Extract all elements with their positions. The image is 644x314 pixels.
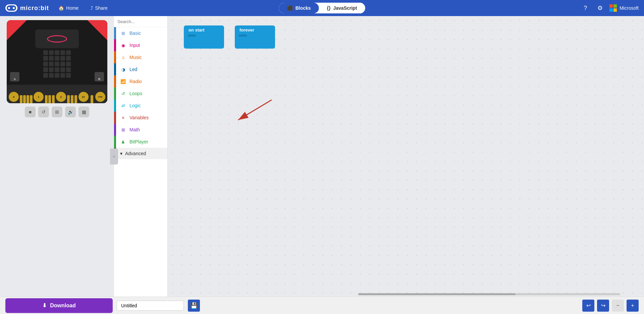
pin-small-1 (20, 95, 22, 103)
pin-gnd: GND (95, 92, 105, 102)
microsoft-logo: Microsoft (609, 4, 639, 12)
save-button[interactable]: 💾 (188, 300, 200, 312)
input-label: Input (129, 43, 140, 48)
share-icon: ⤴ (91, 5, 93, 11)
gear-icon: ⚙ (597, 4, 603, 12)
led-1-0 (43, 56, 48, 61)
pin-small-4 (30, 95, 33, 103)
screenshot-button[interactable]: ▦ (78, 107, 89, 117)
led-icon: ◑ (120, 66, 126, 72)
led-0-2 (55, 50, 59, 55)
pin-small-8 (67, 95, 70, 103)
logic-icon: ⇄ (120, 103, 126, 109)
pin-2[interactable]: 2 (56, 92, 66, 102)
download-icon: ⬇ (42, 302, 47, 309)
math-label: Math (129, 127, 140, 132)
forever-header: forever (235, 25, 275, 35)
category-led[interactable]: ◑ Led (114, 63, 167, 75)
fullscreen-button[interactable]: ⊞ (52, 107, 62, 117)
bitplayer-icon: ♟ (120, 139, 126, 145)
math-icon: ⊞ (120, 127, 126, 133)
forever-block[interactable]: forever (235, 25, 275, 49)
radio-icon: 📶 (120, 78, 126, 84)
pin-small-2 (23, 95, 26, 103)
led-1-1 (49, 56, 54, 61)
led-4-2 (55, 73, 59, 78)
blocks-tab[interactable]: ⬛ Blocks (279, 3, 319, 13)
pin-1[interactable]: 1 (34, 92, 44, 102)
loops-icon: ↺ (120, 90, 126, 97)
music-icon: ♫ (120, 54, 126, 60)
save-icon: 💾 (190, 302, 198, 309)
question-icon: ? (584, 5, 587, 12)
pin-small-11 (91, 95, 93, 103)
zoom-out-button[interactable]: − (612, 300, 624, 312)
undo-button[interactable]: ↩ (582, 300, 594, 312)
pin-small-7 (52, 95, 55, 103)
category-music[interactable]: ♫ Music (114, 51, 167, 63)
editor-toggle: ⬛ Blocks {} JavaScript (279, 3, 365, 13)
led-4-3 (60, 73, 65, 78)
stop-button[interactable]: ■ (25, 107, 36, 117)
share-label: Share (95, 5, 107, 11)
basic-icon: ⊞ (120, 30, 126, 36)
logic-label: Logic (129, 103, 141, 108)
category-basic[interactable]: ⊞ Basic (114, 27, 167, 39)
led-0-1 (49, 50, 54, 55)
home-link[interactable]: 🏠 Home (56, 4, 81, 12)
led-3-2 (55, 67, 59, 72)
category-variables[interactable]: ≡ Variables (114, 112, 167, 124)
led-0-4 (66, 50, 71, 55)
plus-icon: + (631, 303, 634, 309)
chevron-down-icon: ▾ (120, 151, 122, 156)
microsoft-label: Microsoft (620, 5, 639, 11)
bottom-right-controls: ↩ ↪ − + (582, 300, 639, 312)
button-b[interactable]: B (95, 72, 104, 81)
corner-triangle-tl (7, 20, 27, 40)
pin-small-3 (26, 95, 29, 103)
share-link[interactable]: ⤴ Share (88, 4, 110, 12)
help-button[interactable]: ? (580, 3, 591, 13)
advanced-label: Advanced (125, 151, 146, 156)
advanced-section[interactable]: ▾ Advanced (114, 148, 167, 159)
sound-button[interactable]: 🔊 (65, 107, 76, 117)
project-name-input[interactable] (117, 301, 184, 311)
variables-label: Variables (129, 115, 149, 120)
horizontal-scrollbar[interactable] (358, 293, 620, 295)
pin-small-9 (71, 95, 73, 103)
corner-triangle-tr (87, 20, 107, 40)
category-logic[interactable]: ⇄ Logic (114, 100, 167, 112)
category-loops[interactable]: ↺ Loops (114, 87, 167, 100)
download-button[interactable]: ⬇ Download (5, 298, 113, 313)
led-2-1 (49, 62, 54, 66)
category-input[interactable]: ◉ Input (114, 39, 167, 51)
redo-button[interactable]: ↪ (597, 300, 609, 312)
js-icon: {} (327, 5, 331, 11)
collapse-simulator-button[interactable]: ‹ (110, 148, 118, 165)
category-math[interactable]: ⊞ Math (114, 124, 167, 136)
search-input[interactable] (117, 19, 168, 24)
led-2-3 (60, 62, 65, 66)
led-0-3 (60, 50, 65, 55)
settings-button[interactable]: ⚙ (595, 3, 605, 13)
bottom-bar: ⬇ Download 💾 ↩ ↪ − + (0, 297, 644, 314)
led-1-4 (66, 56, 71, 61)
on-start-block[interactable]: on start (184, 25, 224, 49)
javascript-tab[interactable]: {} JavaScript (319, 3, 365, 13)
undo-icon: ↩ (586, 302, 591, 309)
basic-label: Basic (129, 30, 141, 36)
restart-button[interactable]: ↺ (38, 107, 49, 117)
button-a[interactable]: A (10, 72, 19, 81)
category-radio[interactable]: 📶 Radio (114, 75, 167, 87)
workspace-background (168, 16, 644, 297)
microbit-pins: 0 1 (7, 85, 107, 103)
logo-icon (5, 4, 17, 12)
home-label: Home (66, 5, 78, 11)
loops-label: Loops (129, 91, 142, 96)
logo[interactable]: micro:bit (5, 4, 49, 12)
category-bitplayer[interactable]: ♟ BitPlayer (114, 136, 167, 148)
zoom-in-button[interactable]: + (627, 300, 639, 312)
pin-0[interactable]: 0 (9, 92, 19, 102)
search-bar: 🔍 (114, 16, 167, 27)
workspace[interactable]: on start forever (168, 16, 644, 297)
